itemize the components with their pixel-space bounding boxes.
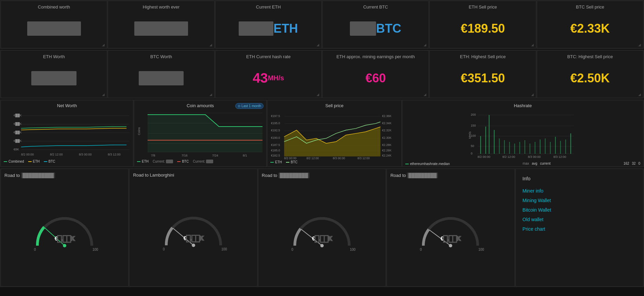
- svg-rect-70: [525, 140, 525, 154]
- gauge-4: 0 100 €█.██K: [390, 181, 511, 283]
- stats-row-2: ETH Worth €█.██K ◢ BTC Worth €█.██K ◢ ET…: [0, 50, 644, 99]
- svg-text:€██K: €██K: [14, 130, 22, 134]
- svg-text:0: 0: [163, 247, 165, 251]
- svg-text:Coins: Coins: [137, 127, 141, 135]
- stat-highest-worth: Highest worth ever €██.██K ◢: [108, 1, 214, 48]
- svg-text:€8K: €8K: [14, 148, 19, 151]
- svg-text:€2.24K: €2.24K: [382, 154, 392, 157]
- stat-combined-worth: Combined worth €██.██K ◢: [1, 1, 107, 48]
- svg-text:150: 150: [471, 124, 476, 127]
- road-card-1: Road to ██████████ 0 100 €█.██K: [1, 169, 129, 286]
- svg-text:€2.32K: €2.32K: [382, 129, 392, 132]
- stat-value: €2.33K: [542, 12, 638, 45]
- svg-text:0: 0: [471, 152, 473, 155]
- hashrate-stats: max avg current: [523, 162, 550, 165]
- road-title-1: Road to ██████████: [4, 172, 125, 178]
- stat-eth-worth: ETH Worth €█.██K ◢: [1, 50, 107, 98]
- road-card-lamborghini: Road to Lamborghini 0 100 €█.██K: [129, 169, 257, 286]
- gauge-svg-4: 0 100 €█.██K: [417, 212, 485, 252]
- svg-text:7/8: 7/8: [151, 154, 155, 157]
- svg-text:€2.30K: €2.30K: [382, 136, 392, 139]
- svg-text:100: 100: [221, 247, 227, 251]
- stat-eth-highest-sell: ETH: Highest Sell price €351.50 ◢: [429, 50, 536, 98]
- stat-eth-sell-price: ETH Sell price €189.50 ◢: [429, 1, 536, 48]
- svg-rect-76: [555, 137, 556, 154]
- chart-title: Net Worth: [4, 103, 130, 108]
- svg-text:€█.██K: €█.██K: [183, 235, 203, 242]
- svg-text:100: 100: [92, 248, 98, 251]
- svg-text:€█.██K: €█.██K: [55, 235, 75, 242]
- svg-text:€█.██K: €█.██K: [441, 235, 461, 242]
- gauge-lamborghini: 0 100 €█.██K: [133, 180, 253, 283]
- svg-rect-66: [504, 140, 505, 154]
- svg-text:€██K: €██K: [14, 113, 22, 117]
- chart-legend: ethereumhashrate.median: [405, 162, 450, 166]
- stat-title: Current ETH: [220, 4, 317, 10]
- chart-legend: ETH Current: ███ BTC Current: ███: [137, 160, 264, 163]
- svg-text:€197.5: €197.5: [271, 114, 280, 118]
- time-badge[interactable]: ⊙ Last 1 month: [235, 103, 264, 109]
- svg-text:0: 0: [34, 248, 36, 251]
- stat-eth-mining-earnings: ETH approx. mining earnings per month €6…: [322, 50, 429, 98]
- stat-eth-hashrate: ETH Current hash rate 43MH/s ◢: [215, 50, 322, 98]
- svg-point-90: [192, 244, 195, 247]
- stat-value: 43MH/s: [220, 62, 317, 94]
- stat-title: BTC: Highest Sell price: [542, 54, 638, 59]
- stat-btc-sell-price: BTC Sell price €2.33K ◢: [537, 1, 643, 48]
- svg-text:7/24: 7/24: [212, 154, 218, 157]
- svg-text:7/16: 7/16: [182, 154, 188, 157]
- stat-value: €██.██K: [6, 12, 102, 45]
- info-title: Info: [523, 176, 636, 181]
- chart-title: Sell price: [270, 103, 399, 108]
- link-price-chart[interactable]: Price chart: [523, 226, 636, 232]
- svg-rect-71: [530, 144, 530, 154]
- link-mining-wallet[interactable]: Mining Wallet: [523, 198, 636, 203]
- svg-text:8/3 12:00: 8/3 12:00: [357, 157, 370, 160]
- stat-title: BTC Sell price: [542, 4, 638, 10]
- link-miner-info[interactable]: Miner info: [523, 188, 636, 194]
- stat-title: ETH Worth: [6, 54, 102, 59]
- sell-price-chart: Sell price €197.5 €195.0 €192.5 €190.0 €…: [267, 100, 402, 167]
- svg-text:50: 50: [471, 144, 474, 148]
- svg-rect-73: [540, 139, 541, 154]
- stat-value: €2.50K: [542, 62, 638, 94]
- svg-text:100: 100: [478, 248, 484, 251]
- svg-rect-68: [514, 144, 515, 154]
- svg-text:8/3 00:00: 8/3 00:00: [333, 157, 345, 160]
- svg-text:8/3 00:00: 8/3 00:00: [79, 153, 92, 156]
- svg-text:€2.26K: €2.26K: [382, 149, 392, 152]
- svg-text:8/2 12:00: 8/2 12:00: [306, 157, 319, 160]
- svg-text:€█.██K: €█.██K: [312, 235, 332, 242]
- svg-text:8/2 00:00: 8/2 00:00: [284, 157, 296, 160]
- stat-value: €██.██K: [113, 12, 209, 45]
- link-old-wallet[interactable]: Old wallet: [523, 217, 636, 222]
- svg-text:€192.5: €192.5: [271, 129, 280, 132]
- link-bitcoin-wallet[interactable]: Bitcoin Wallet: [523, 207, 636, 213]
- net-worth-chart: Net Worth €██K €██K €██K €██K €8K 8/2 00…: [1, 100, 133, 167]
- stat-title: ETH approx. mining earnings per month: [327, 54, 424, 59]
- stat-btc-worth: BTC Worth €█.██K ◢: [108, 50, 214, 98]
- stat-value: €189.50: [435, 12, 531, 45]
- svg-rect-61: [480, 136, 481, 154]
- coin-amounts-chart: Coin amounts ⊙ Last 1 month Coins 7/8 7/…: [134, 100, 267, 167]
- svg-rect-77: [560, 141, 561, 154]
- svg-rect-79: [571, 133, 571, 154]
- svg-rect-65: [499, 138, 500, 154]
- svg-text:€██K: €██K: [14, 139, 22, 143]
- sell-price-svg: €197.5 €195.0 €192.5 €190.0 €187.5 €185.…: [270, 110, 399, 160]
- svg-text:100: 100: [471, 134, 476, 137]
- svg-marker-45: [284, 127, 380, 157]
- svg-rect-72: [535, 142, 536, 154]
- svg-text:8/3 12:00: 8/3 12:00: [108, 153, 121, 156]
- stats-row-1: Combined worth €██.██K ◢ Highest worth e…: [0, 0, 644, 49]
- svg-text:€187.5: €187.5: [271, 143, 280, 147]
- svg-point-85: [63, 244, 66, 247]
- stat-title: ETH Current hash rate: [220, 54, 317, 59]
- svg-marker-20: [148, 115, 262, 152]
- gauge-3: 0 100 €█.██K: [262, 181, 382, 283]
- svg-text:€190.0: €190.0: [271, 136, 280, 139]
- stat-value: €█.██K: [113, 62, 209, 94]
- stat-title: ETH: Highest Sell price: [435, 54, 531, 59]
- svg-text:8/1: 8/1: [243, 154, 247, 157]
- svg-rect-63: [489, 115, 490, 154]
